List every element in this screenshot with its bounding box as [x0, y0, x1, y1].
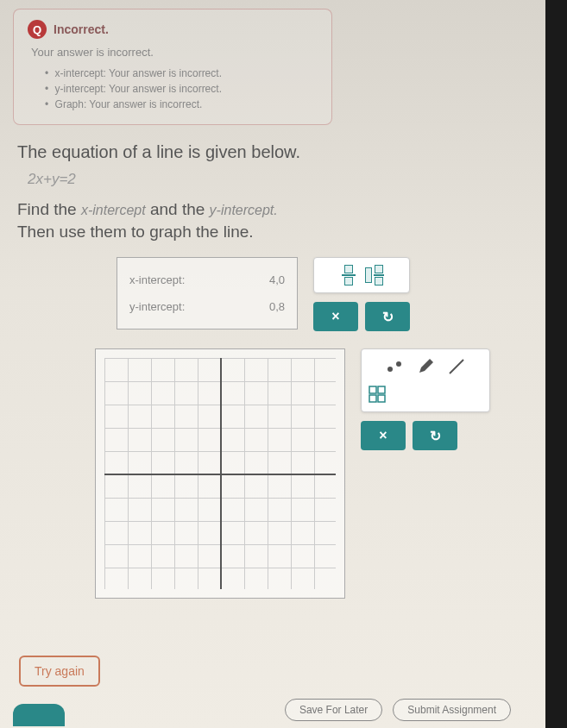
svg-rect-4: [378, 386, 385, 393]
text: and the: [150, 200, 210, 218]
bottom-tab[interactable]: [13, 704, 65, 726]
feedback-title: Incorrect.: [54, 22, 109, 36]
draw-tool-panel: [361, 348, 490, 412]
graph-clear-button[interactable]: ×: [361, 421, 406, 450]
grid-tool-icon[interactable]: [369, 384, 482, 405]
y-intercept-label: y-intercept:: [129, 300, 185, 313]
question-line3: Then use them to graph the line.: [17, 223, 528, 242]
question-block: The equation of a line is given below. 2…: [17, 142, 528, 242]
question-line1: The equation of a line is given below.: [17, 142, 528, 162]
bottom-bar: Save For Later Submit Assignment: [285, 699, 511, 721]
x-intercept-term: x-intercept: [81, 203, 146, 217]
work-area: x-intercept: 4,0 y-intercept: 0,8 × ↻: [13, 257, 528, 331]
graph-redo-button[interactable]: ↻: [413, 421, 457, 450]
point-tool-icon[interactable]: [382, 356, 406, 377]
svg-line-2: [450, 360, 463, 373]
incorrect-icon: Q: [28, 20, 47, 39]
feedback-item: y-intercept: Your answer is incorrect.: [45, 83, 318, 95]
intercept-table: x-intercept: 4,0 y-intercept: 0,8: [117, 257, 298, 329]
clear-button[interactable]: ×: [313, 302, 358, 331]
mixed-fraction-icon[interactable]: [365, 265, 384, 286]
feedback-list: x-intercept: Your answer is incorrect. y…: [28, 67, 318, 110]
question-line2: Find the x-intercept and the y-intercept…: [17, 200, 528, 219]
fraction-icon[interactable]: [339, 265, 358, 286]
redo-button[interactable]: ↻: [365, 302, 410, 331]
feedback-item: x-intercept: Your answer is incorrect.: [45, 67, 318, 79]
feedback-box: Q Incorrect. Your answer is incorrect. x…: [13, 9, 332, 125]
graph-tools: × ↻: [361, 348, 490, 450]
y-axis: [220, 358, 222, 589]
svg-point-0: [387, 367, 393, 372]
feedback-item: Graph: Your answer is incorrect.: [45, 98, 318, 110]
svg-point-1: [396, 361, 401, 367]
graph-action-buttons: × ↻: [361, 421, 490, 450]
svg-rect-5: [369, 395, 376, 402]
submit-assignment-button[interactable]: Submit Assignment: [393, 699, 511, 721]
fraction-tool-panel: [313, 257, 410, 293]
equation: 2x+y=2: [28, 171, 528, 188]
y-intercept-value[interactable]: 0,8: [269, 300, 285, 313]
line-tool-icon[interactable]: [444, 356, 469, 377]
svg-rect-6: [378, 395, 385, 402]
x-intercept-row: x-intercept: 4,0: [129, 267, 285, 293]
pencil-tool-icon[interactable]: [413, 356, 438, 377]
graph-canvas[interactable]: [95, 348, 345, 599]
y-intercept-term: y-intercept.: [210, 203, 278, 217]
x-intercept-label: x-intercept:: [129, 273, 185, 286]
intercept-tools: × ↻: [313, 257, 410, 331]
text: Find the: [17, 200, 81, 218]
feedback-header: Q Incorrect.: [28, 20, 318, 39]
x-intercept-value[interactable]: 4,0: [269, 273, 285, 286]
feedback-subtitle: Your answer is incorrect.: [31, 46, 318, 59]
y-intercept-row: y-intercept: 0,8: [129, 293, 285, 320]
save-for-later-button[interactable]: Save For Later: [285, 699, 382, 721]
svg-rect-3: [369, 386, 376, 393]
action-buttons: × ↻: [313, 302, 410, 331]
try-again-button[interactable]: Try again: [19, 656, 100, 687]
graph-row: × ↻: [13, 348, 528, 599]
